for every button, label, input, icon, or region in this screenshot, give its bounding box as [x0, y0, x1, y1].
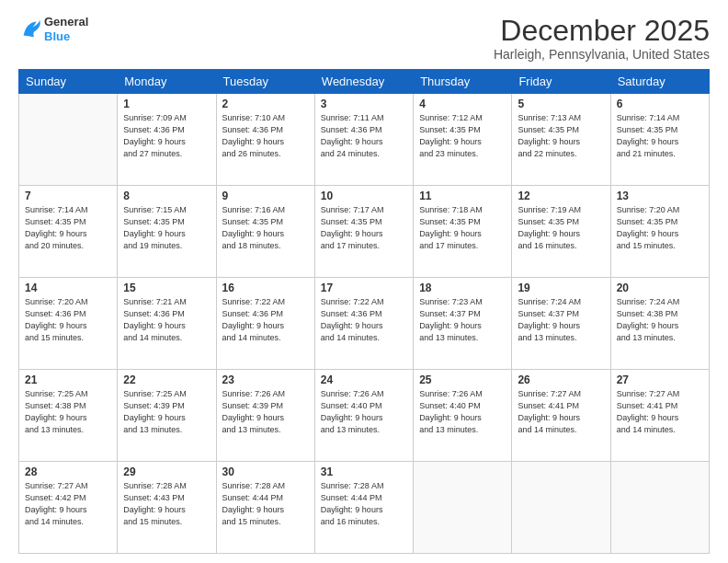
day-number: 11: [419, 190, 506, 202]
day-info: Sunrise: 7:27 AMSunset: 4:42 PMDaylight:…: [25, 480, 111, 528]
title-block: December 2025 Harleigh, Pennsylvania, Un…: [494, 15, 710, 62]
table-row: 26Sunrise: 7:27 AMSunset: 4:41 PMDayligh…: [512, 370, 610, 462]
day-info: Sunrise: 7:25 AMSunset: 4:38 PMDaylight:…: [25, 388, 111, 436]
col-monday: Monday: [118, 70, 216, 94]
day-number: 22: [123, 373, 210, 386]
day-number: 31: [321, 465, 407, 478]
day-number: 30: [222, 465, 309, 478]
table-row: 3Sunrise: 7:11 AMSunset: 4:36 PMDaylight…: [314, 94, 413, 186]
table-row: 2Sunrise: 7:10 AMSunset: 4:36 PMDaylight…: [216, 94, 314, 186]
day-number: 28: [25, 465, 111, 478]
table-row: 24Sunrise: 7:26 AMSunset: 4:40 PMDayligh…: [314, 370, 413, 462]
col-thursday: Thursday: [414, 70, 512, 94]
day-number: 13: [617, 190, 703, 202]
day-number: 19: [518, 282, 604, 294]
table-row: 20Sunrise: 7:24 AMSunset: 4:38 PMDayligh…: [610, 278, 709, 370]
table-row: [19, 94, 118, 186]
day-number: 23: [222, 373, 309, 386]
table-row: 30Sunrise: 7:28 AMSunset: 4:44 PMDayligh…: [216, 462, 314, 554]
day-info: Sunrise: 7:14 AMSunset: 4:35 PMDaylight:…: [25, 204, 111, 252]
table-row: 16Sunrise: 7:22 AMSunset: 4:36 PMDayligh…: [216, 278, 314, 370]
day-info: Sunrise: 7:21 AMSunset: 4:36 PMDaylight:…: [123, 296, 210, 344]
table-row: 13Sunrise: 7:20 AMSunset: 4:35 PMDayligh…: [610, 186, 709, 278]
day-info: Sunrise: 7:20 AMSunset: 4:36 PMDaylight:…: [25, 296, 111, 344]
calendar-week-row: 14Sunrise: 7:20 AMSunset: 4:36 PMDayligh…: [19, 278, 710, 370]
table-row: 19Sunrise: 7:24 AMSunset: 4:37 PMDayligh…: [512, 278, 610, 370]
table-row: 29Sunrise: 7:28 AMSunset: 4:43 PMDayligh…: [118, 462, 216, 554]
table-row: 15Sunrise: 7:21 AMSunset: 4:36 PMDayligh…: [118, 278, 216, 370]
calendar-week-row: 28Sunrise: 7:27 AMSunset: 4:42 PMDayligh…: [19, 462, 710, 554]
table-row: 5Sunrise: 7:13 AMSunset: 4:35 PMDaylight…: [512, 94, 610, 186]
calendar-week-row: 1Sunrise: 7:09 AMSunset: 4:36 PMDaylight…: [19, 94, 710, 186]
table-row: [414, 462, 512, 554]
day-number: 26: [518, 373, 604, 386]
day-info: Sunrise: 7:09 AMSunset: 4:36 PMDaylight:…: [123, 112, 210, 160]
day-number: 8: [123, 190, 210, 202]
col-friday: Friday: [512, 70, 610, 94]
day-info: Sunrise: 7:11 AMSunset: 4:36 PMDaylight:…: [321, 112, 407, 160]
day-info: Sunrise: 7:12 AMSunset: 4:35 PMDaylight:…: [419, 112, 506, 160]
calendar-table: Sunday Monday Tuesday Wednesday Thursday…: [18, 69, 710, 554]
table-row: 17Sunrise: 7:22 AMSunset: 4:36 PMDayligh…: [314, 278, 413, 370]
day-info: Sunrise: 7:26 AMSunset: 4:39 PMDaylight:…: [222, 388, 309, 436]
day-number: 14: [25, 282, 111, 294]
day-info: Sunrise: 7:22 AMSunset: 4:36 PMDaylight:…: [222, 296, 309, 344]
logo-blue: Blue: [44, 29, 88, 44]
table-row: [512, 462, 610, 554]
table-row: 21Sunrise: 7:25 AMSunset: 4:38 PMDayligh…: [19, 370, 118, 462]
day-info: Sunrise: 7:23 AMSunset: 4:37 PMDaylight:…: [419, 296, 506, 344]
day-number: 17: [321, 282, 407, 294]
day-number: 4: [419, 98, 506, 110]
day-number: 12: [518, 190, 604, 202]
day-info: Sunrise: 7:19 AMSunset: 4:35 PMDaylight:…: [518, 204, 604, 252]
calendar-header-row: Sunday Monday Tuesday Wednesday Thursday…: [19, 70, 710, 94]
day-info: Sunrise: 7:27 AMSunset: 4:41 PMDaylight:…: [617, 388, 703, 436]
header: General Blue December 2025 Harleigh, Pen…: [18, 15, 710, 62]
day-info: Sunrise: 7:24 AMSunset: 4:37 PMDaylight:…: [518, 296, 604, 344]
day-info: Sunrise: 7:17 AMSunset: 4:35 PMDaylight:…: [321, 204, 407, 252]
day-number: 21: [25, 373, 111, 386]
day-number: 5: [518, 98, 604, 110]
day-info: Sunrise: 7:13 AMSunset: 4:35 PMDaylight:…: [518, 112, 604, 160]
day-info: Sunrise: 7:24 AMSunset: 4:38 PMDaylight:…: [617, 296, 703, 344]
logo: General Blue: [18, 15, 88, 43]
day-number: 27: [617, 373, 703, 386]
day-number: 29: [123, 465, 210, 478]
day-info: Sunrise: 7:28 AMSunset: 4:43 PMDaylight:…: [123, 480, 210, 528]
table-row: 28Sunrise: 7:27 AMSunset: 4:42 PMDayligh…: [19, 462, 118, 554]
calendar-week-row: 7Sunrise: 7:14 AMSunset: 4:35 PMDaylight…: [19, 186, 710, 278]
table-row: 12Sunrise: 7:19 AMSunset: 4:35 PMDayligh…: [512, 186, 610, 278]
col-saturday: Saturday: [610, 70, 709, 94]
day-info: Sunrise: 7:26 AMSunset: 4:40 PMDaylight:…: [419, 388, 506, 436]
table-row: 23Sunrise: 7:26 AMSunset: 4:39 PMDayligh…: [216, 370, 314, 462]
table-row: 27Sunrise: 7:27 AMSunset: 4:41 PMDayligh…: [610, 370, 709, 462]
col-sunday: Sunday: [19, 70, 118, 94]
day-number: 2: [222, 98, 309, 110]
day-number: 16: [222, 282, 309, 294]
day-number: 10: [321, 190, 407, 202]
day-info: Sunrise: 7:15 AMSunset: 4:35 PMDaylight:…: [123, 204, 210, 252]
location-subtitle: Harleigh, Pennsylvania, United States: [494, 47, 710, 62]
day-info: Sunrise: 7:28 AMSunset: 4:44 PMDaylight:…: [222, 480, 309, 528]
table-row: 22Sunrise: 7:25 AMSunset: 4:39 PMDayligh…: [118, 370, 216, 462]
day-info: Sunrise: 7:27 AMSunset: 4:41 PMDaylight:…: [518, 388, 604, 436]
day-number: 6: [617, 98, 703, 110]
table-row: 1Sunrise: 7:09 AMSunset: 4:36 PMDaylight…: [118, 94, 216, 186]
day-number: 25: [419, 373, 506, 386]
day-number: 24: [321, 373, 407, 386]
table-row: 14Sunrise: 7:20 AMSunset: 4:36 PMDayligh…: [19, 278, 118, 370]
table-row: 31Sunrise: 7:28 AMSunset: 4:44 PMDayligh…: [314, 462, 413, 554]
day-number: 9: [222, 190, 309, 202]
day-info: Sunrise: 7:25 AMSunset: 4:39 PMDaylight:…: [123, 388, 210, 436]
table-row: 8Sunrise: 7:15 AMSunset: 4:35 PMDaylight…: [118, 186, 216, 278]
day-info: Sunrise: 7:26 AMSunset: 4:40 PMDaylight:…: [321, 388, 407, 436]
table-row: 7Sunrise: 7:14 AMSunset: 4:35 PMDaylight…: [19, 186, 118, 278]
table-row: 25Sunrise: 7:26 AMSunset: 4:40 PMDayligh…: [414, 370, 512, 462]
day-number: 1: [123, 98, 210, 110]
day-info: Sunrise: 7:14 AMSunset: 4:35 PMDaylight:…: [617, 112, 703, 160]
day-number: 7: [25, 190, 111, 202]
day-number: 18: [419, 282, 506, 294]
day-info: Sunrise: 7:18 AMSunset: 4:35 PMDaylight:…: [419, 204, 506, 252]
logo-icon: [18, 17, 44, 43]
calendar-week-row: 21Sunrise: 7:25 AMSunset: 4:38 PMDayligh…: [19, 370, 710, 462]
